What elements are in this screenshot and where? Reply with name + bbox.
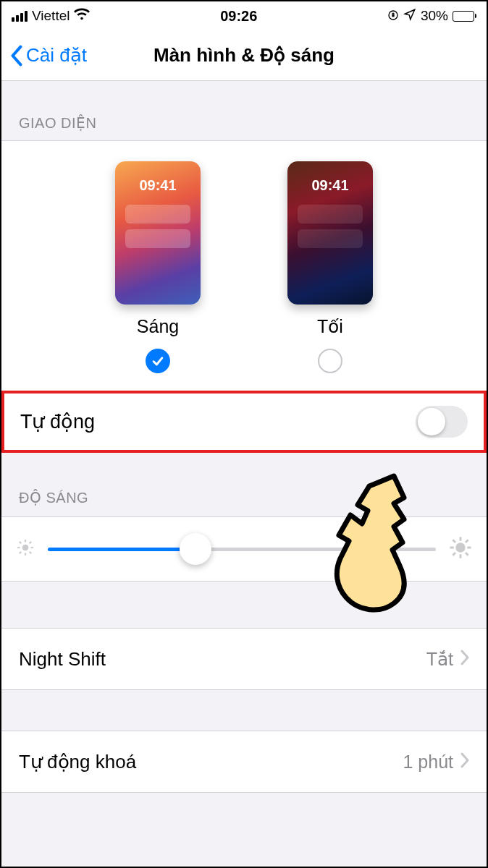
dark-mode-label: Tối <box>317 316 343 337</box>
auto-lock-value: 1 phút <box>403 752 453 773</box>
wifi-icon <box>74 7 90 26</box>
sun-high-icon <box>449 536 472 562</box>
auto-lock-label: Tự động khoá <box>19 751 136 773</box>
location-icon <box>403 8 416 25</box>
pointer-hand-icon <box>324 473 447 618</box>
svg-line-8 <box>30 552 31 553</box>
carrier-name: Viettel <box>32 8 70 24</box>
appearance-mode-dark[interactable]: 09:41 Tối <box>287 161 373 373</box>
status-bar: Viettel 09:26 30% <box>1 1 487 30</box>
svg-line-9 <box>20 552 21 553</box>
auto-appearance-row[interactable]: Tự động <box>1 391 487 453</box>
dark-mode-radio-unchecked[interactable] <box>318 349 342 373</box>
chevron-right-icon <box>460 649 469 670</box>
light-mode-radio-checked[interactable] <box>146 349 170 373</box>
nav-header: Cài đặt Màn hình & Độ sáng <box>1 30 487 81</box>
svg-line-7 <box>20 542 21 543</box>
brightness-slider-thumb[interactable] <box>180 533 211 565</box>
dark-mode-preview: 09:41 <box>287 161 373 305</box>
auto-lock-row[interactable]: Tự động khoá 1 phút <box>1 731 487 793</box>
rotation-lock-icon <box>387 8 399 25</box>
auto-toggle[interactable] <box>416 406 468 438</box>
back-label: Cài đặt <box>26 44 87 67</box>
svg-line-18 <box>453 553 455 556</box>
page-title: Màn hình & Độ sáng <box>153 44 335 67</box>
night-shift-label: Night Shift <box>19 648 106 671</box>
svg-point-11 <box>455 542 465 552</box>
night-shift-value: Tắt <box>426 649 453 670</box>
status-time: 09:26 <box>220 8 257 25</box>
svg-line-17 <box>466 553 468 556</box>
battery-percent: 30% <box>421 8 448 24</box>
sun-low-icon <box>16 538 35 560</box>
night-shift-row[interactable]: Night Shift Tắt <box>1 628 487 690</box>
light-mode-preview: 09:41 <box>115 161 201 305</box>
appearance-mode-light[interactable]: 09:41 Sáng <box>115 161 201 373</box>
svg-point-2 <box>22 545 29 551</box>
back-button[interactable]: Cài đặt <box>10 44 87 67</box>
appearance-section-header: GIAO DIỆN <box>1 81 487 140</box>
auto-label: Tự động <box>20 410 95 433</box>
preview-time: 09:41 <box>287 177 373 194</box>
svg-line-10 <box>30 542 31 543</box>
chevron-right-icon <box>460 752 469 773</box>
svg-rect-1 <box>392 14 394 17</box>
preview-time: 09:41 <box>115 177 201 194</box>
light-mode-label: Sáng <box>137 316 179 337</box>
appearance-panel: 09:41 Sáng 09:41 Tối <box>1 140 487 391</box>
svg-line-16 <box>453 540 455 542</box>
cellular-signal-icon <box>12 10 28 22</box>
battery-icon <box>453 11 476 22</box>
svg-line-19 <box>466 540 468 542</box>
